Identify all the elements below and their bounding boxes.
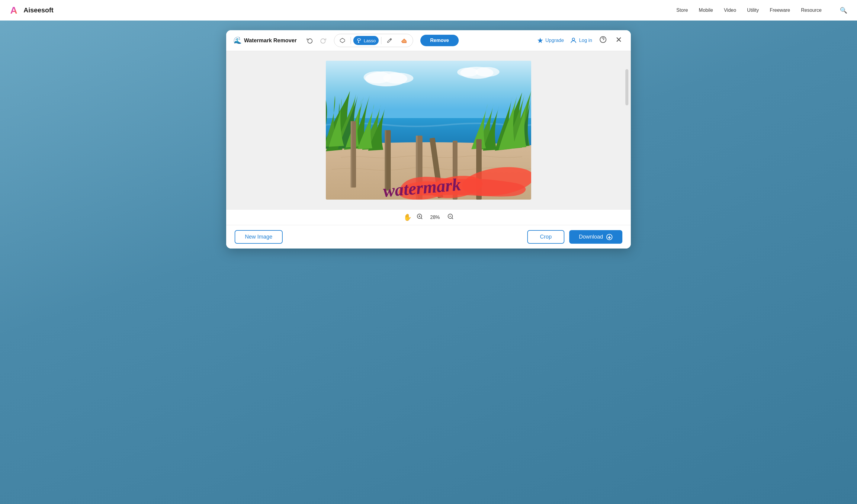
zoom-percentage: 28% bbox=[428, 215, 442, 220]
svg-text:A: A bbox=[10, 5, 17, 16]
watermark-remover-icon: 🌊 bbox=[233, 36, 241, 45]
download-button[interactable]: Download bbox=[569, 230, 622, 244]
help-button[interactable] bbox=[598, 35, 608, 46]
toolbar: 🌊 Watermark Remover bbox=[226, 30, 631, 51]
login-button[interactable]: Log in bbox=[570, 37, 592, 44]
nav-store[interactable]: Store bbox=[676, 7, 688, 13]
zoom-bar: ✋ 28% bbox=[226, 209, 631, 225]
nav-video[interactable]: Video bbox=[724, 7, 736, 13]
upgrade-button[interactable]: Upgrade bbox=[537, 37, 564, 44]
logo-icon: A bbox=[10, 4, 21, 16]
undo-button[interactable] bbox=[304, 36, 316, 45]
redo-button[interactable] bbox=[317, 36, 329, 45]
svg-line-35 bbox=[452, 218, 453, 219]
scrollbar[interactable] bbox=[625, 69, 628, 105]
tool-group: Lasso bbox=[334, 34, 413, 47]
svg-point-2 bbox=[358, 42, 359, 43]
brush-tool-button[interactable] bbox=[384, 36, 395, 45]
svg-point-12 bbox=[383, 73, 414, 84]
svg-line-31 bbox=[421, 218, 422, 219]
app-title: 🌊 Watermark Remover bbox=[233, 36, 297, 45]
upgrade-label: Upgrade bbox=[545, 38, 564, 43]
polygon-tool-button[interactable] bbox=[337, 36, 348, 45]
svg-point-4 bbox=[572, 38, 575, 40]
svg-marker-1 bbox=[340, 38, 345, 43]
svg-point-14 bbox=[457, 68, 478, 77]
bottom-right-actions: Crop Download bbox=[527, 230, 622, 244]
close-button[interactable] bbox=[614, 35, 624, 46]
nav-links: Store Mobile Video Utility Freeware Reso… bbox=[676, 7, 847, 14]
nav-mobile[interactable]: Mobile bbox=[699, 7, 713, 13]
search-icon[interactable]: 🔍 bbox=[840, 7, 847, 14]
tool-divider-1 bbox=[351, 37, 351, 44]
crop-button[interactable]: Crop bbox=[527, 230, 565, 244]
page-background: 🌊 Watermark Remover bbox=[0, 20, 857, 504]
beach-image: watermark bbox=[326, 61, 531, 200]
toolbar-right: Upgrade Log in bbox=[537, 35, 624, 46]
lasso-tool-button[interactable]: Lasso bbox=[353, 36, 379, 45]
zoom-out-button[interactable] bbox=[447, 213, 454, 221]
logo: A Aiseesoft bbox=[10, 4, 676, 16]
app-title-text: Watermark Remover bbox=[244, 37, 297, 44]
logo-text: Aiseesoft bbox=[23, 6, 53, 14]
bottom-bar: New Image Crop Download bbox=[226, 225, 631, 249]
svg-rect-18 bbox=[351, 121, 352, 187]
image-container: watermark bbox=[326, 61, 531, 200]
canvas-area[interactable]: watermark bbox=[226, 51, 631, 209]
login-label: Log in bbox=[579, 38, 592, 43]
undo-redo-group bbox=[304, 36, 329, 45]
nav-resource[interactable]: Resource bbox=[801, 7, 822, 13]
zoom-in-button[interactable] bbox=[416, 213, 423, 221]
app-window: 🌊 Watermark Remover bbox=[226, 30, 631, 249]
navbar: A Aiseesoft Store Mobile Video Utility F… bbox=[0, 0, 857, 20]
eraser-tool-button[interactable] bbox=[398, 35, 410, 46]
svg-point-15 bbox=[475, 67, 500, 77]
lasso-label: Lasso bbox=[364, 38, 376, 43]
new-image-button[interactable]: New Image bbox=[235, 230, 283, 244]
nav-freeware[interactable]: Freeware bbox=[770, 7, 790, 13]
nav-utility[interactable]: Utility bbox=[747, 7, 759, 13]
download-icon bbox=[606, 234, 613, 240]
download-label: Download bbox=[579, 234, 603, 240]
remove-button[interactable]: Remove bbox=[420, 35, 458, 46]
grab-icon[interactable]: ✋ bbox=[403, 214, 411, 221]
